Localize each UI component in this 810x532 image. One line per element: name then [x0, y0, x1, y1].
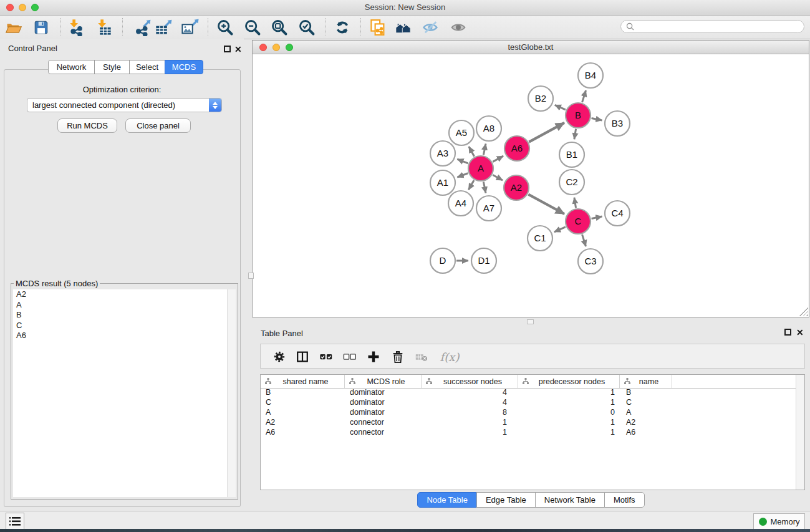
table-options-button[interactable]	[271, 349, 288, 365]
table-cell[interactable]: dominator	[345, 388, 422, 398]
result-item[interactable]: A	[13, 300, 236, 311]
memory-button[interactable]: Memory	[753, 513, 805, 530]
table-cell[interactable]: A2	[620, 418, 672, 428]
zoom-in-button[interactable]	[215, 17, 235, 37]
tab-edge-table[interactable]: Edge Table	[476, 492, 536, 508]
edge-B-B3[interactable]	[592, 118, 602, 120]
table-row[interactable]: Bdominator41B	[261, 388, 796, 398]
result-item[interactable]: B	[13, 310, 236, 321]
table-cell[interactable]: 8	[422, 408, 518, 418]
close-window-button[interactable]	[6, 4, 14, 11]
table-cell[interactable]: B	[620, 388, 672, 398]
table-cell[interactable]: A2	[261, 418, 345, 428]
table-cell[interactable]: A	[261, 408, 345, 418]
table-cell[interactable]: 1	[518, 398, 620, 408]
show-all-button[interactable]	[448, 17, 468, 37]
run-mcds-button[interactable]: Run MCDS	[57, 118, 117, 133]
table-cell[interactable]: 1	[518, 388, 620, 398]
tab-style[interactable]: Style	[94, 60, 130, 74]
table-cell[interactable]: A6	[620, 428, 672, 438]
home-view-button[interactable]	[393, 17, 413, 37]
edge-A-A4[interactable]	[468, 180, 474, 190]
result-item[interactable]: A2	[13, 289, 236, 300]
edge-A-A1[interactable]	[457, 173, 468, 177]
network-zoom-button[interactable]	[286, 44, 293, 51]
table-cell[interactable]: 4	[422, 398, 518, 408]
minimize-window-button[interactable]	[19, 4, 26, 11]
tab-select[interactable]: Select	[129, 60, 165, 74]
task-history-button[interactable]	[6, 513, 24, 530]
deselect-all-button[interactable]	[341, 349, 359, 365]
result-item[interactable]: A6	[13, 331, 236, 341]
column-header-MCDS-role[interactable]: MCDS role	[345, 375, 422, 388]
select-all-button[interactable]	[317, 349, 335, 365]
function-builder-button[interactable]: f(x)	[437, 349, 462, 365]
edge-B-B2[interactable]	[555, 105, 566, 110]
edge-A2-C[interactable]	[528, 195, 564, 214]
network-close-button[interactable]	[259, 44, 267, 51]
export-image-button[interactable]	[180, 17, 200, 37]
hide-selected-button[interactable]	[420, 17, 440, 37]
tab-network-table[interactable]: Network Table	[535, 492, 605, 508]
edge-A-A8[interactable]	[483, 143, 486, 155]
edge-C-C1[interactable]	[554, 227, 566, 232]
window-resize-grip[interactable]	[799, 307, 808, 316]
horizontal-splitter-handle[interactable]	[527, 319, 534, 324]
open-session-button[interactable]	[4, 17, 24, 37]
result-item[interactable]: C	[13, 321, 236, 331]
table-cell[interactable]: 1	[518, 428, 620, 438]
table-cell[interactable]: 0	[518, 408, 620, 418]
export-table-button[interactable]	[153, 17, 173, 37]
edge-A-A7[interactable]	[483, 182, 486, 193]
vertical-splitter-handle[interactable]	[248, 273, 254, 279]
table-scrollbar[interactable]	[796, 375, 804, 490]
edge-A-A3[interactable]	[457, 159, 468, 163]
column-header-name[interactable]: name	[620, 375, 672, 388]
table-row[interactable]: A6connector11A6	[261, 428, 796, 438]
table-cell[interactable]: B	[261, 388, 345, 398]
table-cell[interactable]: 1	[518, 418, 620, 428]
zoom-fit-button[interactable]	[269, 17, 289, 37]
refresh-layout-button[interactable]	[332, 17, 352, 37]
column-header-shared-name[interactable]: shared name	[261, 375, 345, 388]
criterion-dropdown[interactable]: largest connected component (directed)	[27, 98, 222, 112]
table-cell[interactable]: A6	[261, 428, 345, 438]
zoom-out-button[interactable]	[243, 17, 263, 37]
table-cell[interactable]: connector	[345, 428, 422, 438]
table-cell[interactable]: 1	[422, 418, 518, 428]
edge-A-A2[interactable]	[493, 175, 503, 181]
table-cell[interactable]: dominator	[345, 398, 422, 408]
delete-column-button[interactable]	[389, 349, 407, 365]
network-window-titlebar[interactable]: testGlobe.txt	[253, 41, 809, 54]
table-cell[interactable]: C	[261, 398, 345, 408]
column-header-predecessor-nodes[interactable]: predecessor nodes	[518, 375, 620, 388]
show-column-button[interactable]	[294, 349, 311, 365]
tab-node-table[interactable]: Node Table	[417, 492, 477, 508]
import-network-button[interactable]	[65, 17, 85, 37]
table-row[interactable]: Cdominator41C	[261, 398, 796, 408]
edge-A-A5[interactable]	[469, 147, 475, 157]
edge-B-B4[interactable]	[582, 90, 586, 102]
delete-table-button[interactable]	[413, 349, 430, 365]
network-minimize-button[interactable]	[272, 44, 280, 51]
zoom-selected-button[interactable]	[297, 17, 317, 37]
table-float-button[interactable]	[784, 329, 791, 336]
import-table-button[interactable]	[94, 17, 113, 37]
table-row[interactable]: A2connector11A2	[261, 418, 796, 428]
result-scrollbar[interactable]	[227, 289, 236, 497]
close-panel-icon[interactable]: ✕	[234, 46, 242, 53]
edge-C-C4[interactable]	[592, 216, 602, 219]
export-network-button[interactable]	[132, 17, 152, 37]
zoom-window-button[interactable]	[31, 4, 39, 11]
edge-B-B1[interactable]	[574, 129, 576, 140]
copy-network-button[interactable]	[368, 17, 388, 37]
table-cell[interactable]: 1	[422, 428, 518, 438]
table-cell[interactable]: C	[620, 398, 672, 408]
tab-motifs[interactable]: Motifs	[604, 492, 645, 508]
edge-A-A6[interactable]	[493, 156, 503, 162]
save-session-button[interactable]	[31, 17, 51, 37]
mcds-result-list[interactable]: A2ABCA6	[13, 289, 236, 497]
table-cell[interactable]: A	[620, 408, 672, 418]
column-header-successor-nodes[interactable]: successor nodes	[422, 375, 518, 388]
tab-mcds[interactable]: MCDS	[165, 60, 203, 74]
